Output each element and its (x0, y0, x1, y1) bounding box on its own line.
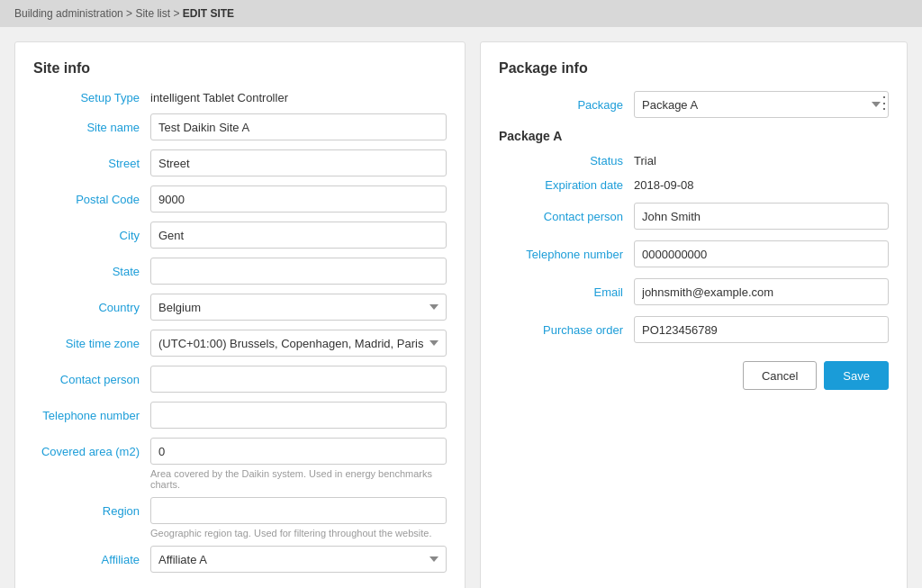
setup-type-label: Setup Type (33, 91, 150, 104)
timezone-row: Site time zone (UTC+01:00) Brussels, Cop… (33, 330, 447, 357)
city-row: City (33, 222, 447, 249)
region-row: Region (33, 497, 447, 524)
region-input[interactable] (150, 497, 447, 524)
country-row: Country Belgium Netherlands France Germa… (33, 294, 447, 321)
telephone-label: Telephone number (33, 409, 150, 422)
postal-code-row: Postal Code (33, 185, 447, 213)
pkg-contact-row: Contact person (499, 203, 889, 230)
pkg-purchase-label: Purchase order (499, 323, 634, 337)
affiliate-label: Affiliate (33, 553, 150, 566)
state-input[interactable] (150, 258, 447, 285)
country-label: Country (33, 301, 150, 314)
pkg-email-label: Email (499, 285, 634, 299)
status-label: Status (499, 154, 634, 167)
affiliate-select[interactable]: Affiliate A Affiliate B (150, 546, 447, 573)
site-name-row: Site name (33, 113, 447, 140)
site-info-title: Site info (33, 60, 447, 77)
street-row: Street (33, 149, 447, 176)
contact-person-row: Contact person (33, 366, 447, 393)
pkg-telephone-row: Telephone number (499, 240, 889, 267)
street-label: Street (33, 157, 150, 170)
expiration-label: Expiration date (499, 178, 634, 192)
pkg-email-row: Email (499, 278, 889, 305)
state-label: State (33, 265, 150, 278)
package-select[interactable]: Package A Package B (634, 91, 889, 118)
contact-person-label: Contact person (33, 373, 150, 386)
state-row: State (33, 258, 447, 285)
postal-code-input[interactable] (150, 185, 447, 213)
save-button[interactable]: Save (824, 361, 889, 390)
pkg-purchase-row: Purchase order (499, 316, 889, 343)
pkg-email-input[interactable] (634, 278, 889, 305)
covered-area-input[interactable] (150, 438, 447, 465)
breadcrumb: Building administration > Site list > ED… (0, 0, 922, 27)
contact-person-input[interactable] (150, 366, 447, 393)
cancel-button[interactable]: Cancel (743, 361, 817, 390)
form-buttons: Cancel Save (499, 361, 889, 390)
more-options-icon[interactable]: ⋮ (876, 93, 892, 113)
pkg-contact-input[interactable] (634, 203, 889, 230)
postal-code-label: Postal Code (33, 193, 150, 206)
pkg-contact-label: Contact person (499, 210, 634, 223)
package-info-panel: Package info Package Package A Package B… (480, 41, 908, 588)
setup-type-row: Setup Type intelligent Tablet Controller (33, 91, 447, 104)
covered-area-row: Covered area (m2) (33, 438, 447, 465)
breadcrumb-current: EDIT SITE (183, 7, 234, 20)
package-label: Package (499, 98, 634, 112)
setup-type-value: intelligent Tablet Controller (150, 91, 288, 104)
affiliate-row: Affiliate Affiliate A Affiliate B (33, 546, 447, 573)
package-name: Package A (499, 129, 889, 143)
covered-area-hint: Area covered by the Daikin system. Used … (150, 468, 447, 490)
telephone-row: Telephone number (33, 402, 447, 429)
timezone-label: Site time zone (33, 337, 150, 350)
package-selector-row: Package Package A Package B (499, 91, 889, 118)
country-select[interactable]: Belgium Netherlands France Germany (150, 294, 447, 321)
status-value: Trial (634, 154, 656, 167)
site-name-input[interactable] (150, 113, 447, 140)
timezone-select[interactable]: (UTC+01:00) Brussels, Copenhagen, Madrid… (150, 330, 447, 357)
covered-area-label: Covered area (m2) (33, 445, 150, 458)
pkg-telephone-label: Telephone number (499, 248, 634, 261)
region-hint: Geographic region tag. Used for filterin… (150, 528, 447, 538)
expiration-row: Expiration date 2018-09-08 (499, 178, 889, 192)
telephone-input[interactable] (150, 402, 447, 429)
breadcrumb-path: Building administration > Site list > (14, 7, 179, 20)
package-info-title: Package info (499, 60, 889, 77)
pkg-purchase-input[interactable] (634, 316, 889, 343)
site-name-label: Site name (33, 121, 150, 134)
expiration-value: 2018-09-08 (634, 178, 694, 192)
pkg-telephone-input[interactable] (634, 240, 889, 267)
city-label: City (33, 229, 150, 242)
status-row: Status Trial (499, 154, 889, 167)
site-info-panel: Site info Setup Type intelligent Tablet … (14, 41, 466, 588)
street-input[interactable] (150, 149, 447, 176)
region-label: Region (33, 504, 150, 518)
city-input[interactable] (150, 222, 447, 249)
